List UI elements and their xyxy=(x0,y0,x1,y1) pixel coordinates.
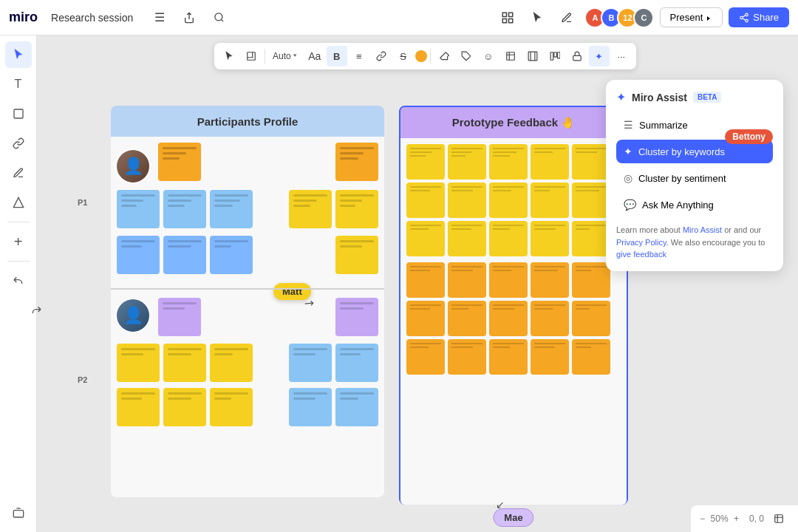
fmt-kanban[interactable] xyxy=(545,46,565,66)
summarize-label: Summarize xyxy=(639,120,688,131)
fmt-bold[interactable]: B xyxy=(327,46,347,66)
sidebar-add-tool[interactable]: + xyxy=(5,228,32,255)
avatar-3: C xyxy=(633,7,654,28)
fmt-sticky-tool[interactable] xyxy=(241,46,262,66)
pen-button[interactable] xyxy=(555,6,579,30)
sidebar-layers[interactable] xyxy=(5,499,32,526)
fmt-font[interactable]: Aa xyxy=(304,46,325,66)
fmt-link[interactable] xyxy=(371,46,392,66)
canvas[interactable]: Auto Aa B ≡ S ☺ ✦ ··· xyxy=(37,35,798,532)
assist-header: ✦ Miro Assist BETA xyxy=(616,90,773,104)
assist-cluster-keywords[interactable]: ✦ Cluster by keywords Bettony xyxy=(616,140,773,163)
present-button[interactable]: Present xyxy=(660,7,723,27)
sidebar-divider-1 xyxy=(7,222,30,222)
p2-label: P2 xyxy=(78,375,87,384)
svg-point-7 xyxy=(746,19,748,22)
svg-rect-12 xyxy=(13,511,23,517)
p1-label: P1 xyxy=(78,198,87,207)
p1-yellow-row2 xyxy=(335,236,378,274)
mae-arrow: ↙ xyxy=(496,499,505,511)
sidebar-redo[interactable] xyxy=(5,297,32,324)
fmt-eraser[interactable] xyxy=(434,46,454,66)
search-button[interactable] xyxy=(207,6,231,30)
zoom-in-icon[interactable]: + xyxy=(734,514,739,524)
bettony-badge: Bettony xyxy=(725,129,773,144)
assist-panel: ✦ Miro Assist BETA ☰ Summarize ✦ Cluster… xyxy=(606,80,783,271)
svg-rect-15 xyxy=(506,52,514,61)
fmt-divider-2 xyxy=(430,49,431,64)
fmt-lock[interactable] xyxy=(567,46,587,66)
menu-button[interactable]: ☰ xyxy=(148,6,171,30)
svg-rect-20 xyxy=(573,55,581,60)
assist-ask-anything[interactable]: 💬 Ask Me Anything xyxy=(616,193,773,216)
zoom-out-icon[interactable]: − xyxy=(700,514,705,524)
sticky-orange-1[interactable] xyxy=(158,143,201,181)
svg-rect-21 xyxy=(775,515,783,523)
fmt-select-tool[interactable] xyxy=(219,46,239,66)
sidebar-pen-tool[interactable] xyxy=(5,160,32,186)
p1-blue-row2 xyxy=(117,236,253,274)
svg-rect-4 xyxy=(509,18,513,22)
sidebar-text-tool[interactable]: T xyxy=(5,71,32,98)
format-toolbar: Auto Aa B ≡ S ☺ ✦ ··· xyxy=(214,43,636,69)
avatars: A B 12 C xyxy=(584,7,654,28)
share-button[interactable]: Share xyxy=(729,7,789,27)
fmt-table[interactable] xyxy=(500,46,521,66)
privacy-policy-link[interactable]: Privacy Policy. xyxy=(616,238,669,247)
p2-separator xyxy=(111,288,384,290)
p2-blue-row2 xyxy=(289,388,378,426)
cursor-button[interactable] xyxy=(525,6,549,30)
fmt-emoji[interactable]: ☺ xyxy=(478,46,499,66)
fmt-ai-assist[interactable]: ✦ xyxy=(589,46,610,66)
assist-title: Miro Assist xyxy=(632,92,687,103)
svg-rect-1 xyxy=(503,13,507,16)
share-icon-button[interactable] xyxy=(177,6,201,30)
fmt-more[interactable]: ··· xyxy=(611,46,632,66)
participants-panel: Participants Profile 👤 xyxy=(111,106,384,497)
sidebar-undo[interactable] xyxy=(5,267,32,294)
ask-label: Ask Me Anything xyxy=(642,200,714,211)
zoom-level: 50% xyxy=(711,514,729,524)
p1-yellow-row xyxy=(289,190,378,228)
assist-footer: Learn more about Miro Assist or and our … xyxy=(616,224,773,261)
miro-assist-link[interactable]: Miro Assist xyxy=(683,225,722,234)
sidebar-note-tool[interactable] xyxy=(5,100,32,127)
top-bar: miro Research session ☰ A B 12 C Present xyxy=(0,0,798,35)
feedback-panel: Prototype Feedback 🤚 xyxy=(399,106,628,505)
svg-line-9 xyxy=(743,15,746,16)
give-feedback-link[interactable]: give feedback xyxy=(616,250,666,259)
map-button[interactable] xyxy=(768,508,789,529)
svg-marker-11 xyxy=(13,197,23,207)
fmt-tag[interactable] xyxy=(456,46,477,66)
svg-point-0 xyxy=(215,13,222,21)
bottom-bar: − 50% + 0, 0 xyxy=(691,505,798,532)
sidebar-shape-tool[interactable] xyxy=(5,189,32,216)
svg-rect-18 xyxy=(554,52,557,57)
p1-row1 xyxy=(158,143,201,181)
session-title: Research session xyxy=(51,12,133,24)
fmt-strikethrough[interactable]: S xyxy=(393,46,414,66)
sidebar-select-tool[interactable] xyxy=(5,41,32,68)
svg-rect-3 xyxy=(503,18,507,22)
svg-point-6 xyxy=(740,16,743,19)
p1-blue-row xyxy=(117,190,253,228)
fmt-frame[interactable] xyxy=(522,46,543,66)
sidebar-divider-2 xyxy=(7,261,30,262)
assist-cluster-sentiment[interactable]: ◎ Cluster by sentiment xyxy=(616,166,773,190)
fmt-align[interactable]: ≡ xyxy=(349,46,369,66)
fmt-color-picker[interactable] xyxy=(415,50,427,62)
tools-button[interactable] xyxy=(496,6,519,30)
p2-yellow-row2 xyxy=(117,388,253,426)
participants-title: Participants Profile xyxy=(197,115,299,128)
svg-rect-16 xyxy=(528,52,537,61)
beta-badge: BETA xyxy=(693,92,721,103)
sidebar-connector-tool[interactable] xyxy=(5,130,32,157)
svg-rect-17 xyxy=(550,52,553,61)
feedback-yellow-section xyxy=(406,144,621,256)
p2-avatar: 👤 xyxy=(115,298,151,333)
fmt-auto-select[interactable]: Auto xyxy=(268,51,303,61)
summarize-icon: ☰ xyxy=(624,119,633,131)
mae-label: Mae xyxy=(493,508,533,527)
left-sidebar: T + xyxy=(0,35,37,532)
svg-rect-2 xyxy=(509,13,513,16)
